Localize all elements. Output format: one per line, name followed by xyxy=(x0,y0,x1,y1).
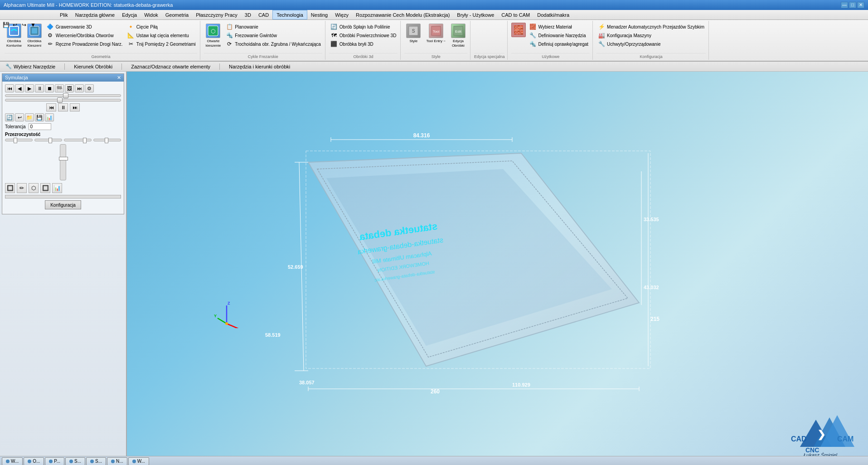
tolerancja-input[interactable] xyxy=(29,123,51,130)
ribbon-btn-definiuj-oprawke[interactable]: 🔩 Definiuj oprawkę/agregat xyxy=(528,40,590,48)
ribbon-btn-uchwyty[interactable]: 🔧 Uchwyty/Oprzyrządowanie xyxy=(596,40,706,48)
ribbon-btn-tool-entry[interactable]: Tool Tool Entry ~ xyxy=(424,23,447,44)
ribbon-btn-trochoidalna[interactable]: ⟳ Trochoidalna obr. Zgrubna / Wykańczają… xyxy=(224,40,322,48)
sim-step-fwd[interactable]: ⏭ xyxy=(70,103,80,111)
przezr-v-slider[interactable] xyxy=(60,144,66,180)
sim-speed-slider[interactable] xyxy=(5,99,121,102)
sim-icon-4[interactable]: 🔲 xyxy=(40,183,50,193)
sim-step-back[interactable]: ⏮ xyxy=(46,103,56,111)
ribbon-btn-powierzchniowe[interactable]: 🗺 Obróbki Powierzchniowe 3D xyxy=(329,31,398,39)
ribbon-btn-grawerowanie3d[interactable]: 🔷 Grawerowanie 3D xyxy=(45,23,124,31)
menu-3d[interactable]: 3D xyxy=(241,10,255,19)
przezr-slider2[interactable] xyxy=(34,139,62,141)
taskbar-item-w2[interactable]: W... xyxy=(128,457,149,465)
sim-btn-a4[interactable]: 💾 xyxy=(35,113,44,121)
material-icon: 🧱 xyxy=(529,23,536,30)
przezr-slider3[interactable] xyxy=(64,139,92,141)
nav-wybierz-narzedzie[interactable]: 🔧 Wybierz Narzędzie xyxy=(4,63,57,70)
sim-btn-pause[interactable]: ⏸ xyxy=(35,84,44,92)
taskbar-dot xyxy=(6,460,10,463)
svg-text:CAM: CAM xyxy=(837,435,853,443)
ribbon-btn-obrob-splajn[interactable]: 🔄 Obrób Spłajn lub Polilinie xyxy=(329,23,398,31)
ribbon-btn-reczne[interactable]: ✏ Ręczne Prowadzenie Drogi Narz. xyxy=(45,40,124,48)
sim-btn-play[interactable]: ▶ xyxy=(25,84,34,92)
minimize-button[interactable]: — xyxy=(841,2,848,8)
menu-cadtocam[interactable]: CAD to CAM xyxy=(498,10,533,19)
nav-kierunek[interactable]: Kierunek Obróbki xyxy=(72,63,114,70)
sim-icon-5[interactable]: 📊 xyxy=(52,183,62,193)
ribbon-btn-konfiguracja-maszyny[interactable]: 🏭 Konfiguracja Maszyny xyxy=(596,31,706,39)
sim-progress-slider[interactable] xyxy=(5,94,121,97)
taskbar-item-s1[interactable]: S... xyxy=(65,457,85,465)
ribbon-col-small-ops2: 🔸 Cięcie Piłą 📐 Ustaw kąt cięcia element… xyxy=(126,23,197,48)
sim-btn-a2[interactable]: ↩ xyxy=(15,113,24,121)
ribbon-btn-wiercenie[interactable]: ⚙ Wiercenie/Obróbka Otworów xyxy=(45,31,124,39)
menu-wiezy[interactable]: Więzy xyxy=(331,10,352,19)
nav-narzedzia-kierunki[interactable]: Narzędzia i kierunki obróbki xyxy=(227,63,292,70)
menu-bryly[interactable]: Bryły - Użytkowe xyxy=(453,10,498,19)
przezr-slider1[interactable] xyxy=(5,139,33,141)
sim-btn-a1[interactable]: 🔄 xyxy=(5,113,14,121)
tnij-icon: ✂ xyxy=(127,40,135,48)
sim-config-btn[interactable]: Konfiguracja xyxy=(45,200,81,209)
sim-btn-a5[interactable]: 📊 xyxy=(45,113,54,121)
ribbon-btn-otwarte[interactable]: ⬡ Otwartekieszenie xyxy=(204,23,223,48)
taskbar-item-n[interactable]: N... xyxy=(107,457,127,465)
svg-text:43.032: 43.032 xyxy=(644,285,659,290)
sim-icon-3[interactable]: ⬡ xyxy=(29,183,39,193)
ribbon-btn-obrobka-bryl[interactable]: ⬛ Obróbka bryłi 3D xyxy=(329,40,398,48)
taskbar-item-w[interactable]: W... xyxy=(2,457,23,465)
simulation-header[interactable]: Symulacja ✕ xyxy=(2,74,124,82)
ribbon-btn-ustaw-kat[interactable]: 📐 Ustaw kąt cięcia elementu xyxy=(126,31,197,39)
sim-icon-1[interactable]: 🔲 xyxy=(5,183,15,193)
qa-save[interactable]: 💾 xyxy=(2,21,10,29)
menu-plaszczyzny[interactable]: Płaszczyzny Pracy xyxy=(192,10,241,19)
taskbar-item-o[interactable]: O... xyxy=(24,457,44,465)
qa-redo[interactable]: ↪ xyxy=(20,21,28,29)
window-controls[interactable]: — □ ✕ xyxy=(841,2,864,8)
menu-plik[interactable]: Plik xyxy=(56,10,72,19)
ribbon-btn-style[interactable]: S Style xyxy=(404,23,422,44)
qa-undo[interactable]: ↩ xyxy=(11,21,19,29)
menu-nesting[interactable]: Nesting xyxy=(307,10,331,19)
sim-btn-flag[interactable]: 🏁 xyxy=(55,84,64,92)
simulation-close[interactable]: ✕ xyxy=(117,75,121,81)
menu-geometria[interactable]: Geometria xyxy=(162,10,192,19)
qa-options[interactable]: ▼ xyxy=(29,21,37,29)
nav-zaznacz[interactable]: Zaznacz/Odznacz otwarte elementy xyxy=(129,63,212,70)
sim-btn-a3[interactable]: 📁 xyxy=(25,113,34,121)
ribbon-btn-wybierz-material[interactable]: 🧱 Wybierz Materiał xyxy=(528,23,590,31)
viewport[interactable]: 84.316 statuetka debata statuetka-debata… xyxy=(127,72,868,456)
menu-technologia[interactable]: Technologia xyxy=(272,10,307,19)
ribbon-btn-ciecie[interactable]: 🔸 Cięcie Piłą xyxy=(126,23,197,31)
przezr-slider4[interactable] xyxy=(93,139,121,141)
menu-rozpoznawanie[interactable]: Rozpoznawanie Cech Modelu (Ekstrakcja) xyxy=(352,10,453,19)
sim-btn-settings[interactable]: ⚙ xyxy=(85,84,94,92)
maszyna-icon: 🏭 xyxy=(598,32,605,39)
sim-btn-rewind[interactable]: ⏮ xyxy=(5,84,14,92)
sim-btn-frame[interactable]: 🖼 xyxy=(65,84,74,92)
menu-edycja[interactable]: Edycja xyxy=(118,10,141,19)
ribbon-btn-menadzer[interactable]: ⚡ Menadzer Automatycznych Przejazdów Szy… xyxy=(596,23,706,31)
menu-cad[interactable]: CAD xyxy=(255,10,272,19)
menu-widok[interactable]: Widok xyxy=(141,10,162,19)
przezr-label: Przezroczystość xyxy=(5,132,121,137)
maximize-button[interactable]: □ xyxy=(849,2,856,8)
menu-narzedzia[interactable]: Narzędzia główne xyxy=(72,10,118,19)
close-button[interactable]: ✕ xyxy=(857,2,864,8)
ribbon-btn-definiowanie-narzedzia[interactable]: 🔧 Definiowanie Narzędzia xyxy=(528,31,590,39)
ribbon-btn-planowanie[interactable]: 📋 Planowanie xyxy=(224,23,322,31)
sim-btn-stop[interactable]: ⏹ xyxy=(45,84,54,92)
menu-dodatki[interactable]: Dodatki/makra xyxy=(533,10,573,19)
taskbar-item-s2[interactable]: S... xyxy=(86,457,106,465)
ribbon-btn-frezowanie-gwintow[interactable]: 🔩 Frezowanie Gwintów xyxy=(224,31,322,39)
ribbon-btn-tnij[interactable]: ✂ Tnij Pomiędzy 2 Geometriami xyxy=(126,40,197,48)
taskbar-dot3 xyxy=(49,460,53,463)
sim-btn-prev[interactable]: ◀ xyxy=(15,84,24,92)
ribbon-btn-edycja-obrobki[interactable]: Edit EdycjaObróbki xyxy=(449,23,467,48)
coordinate-axes: Z X Y xyxy=(213,301,240,329)
taskbar-item-p[interactable]: P... xyxy=(45,457,64,465)
sim-play-main[interactable]: ⏸ xyxy=(58,103,68,111)
sim-btn-fast[interactable]: ⏭ xyxy=(75,84,84,92)
sim-icon-2[interactable]: ✏ xyxy=(17,183,27,193)
